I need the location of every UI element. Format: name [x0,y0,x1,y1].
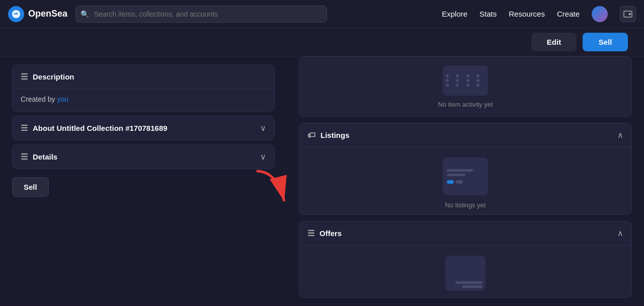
search-input[interactable] [75,6,327,23]
opensea-logo-icon [8,6,24,22]
offers-body [299,245,631,298]
edit-button[interactable]: Edit [531,33,577,51]
about-icon: ☰ [21,123,28,133]
listings-chevron-icon: ∧ [617,130,623,140]
nav-links: Explore Stats Resources Create [442,6,636,22]
sell-area: Sell [12,177,275,197]
nav-link-explore[interactable]: Explore [442,10,467,18]
details-chevron-icon: ∨ [260,152,266,162]
about-title: About Untitled Collection #170781689 [33,124,168,132]
listing-toggle [447,180,463,184]
main-content: ☰ Description Created by you ☰ About Unt… [0,56,644,306]
details-header[interactable]: ☰ Details ∨ [13,145,274,169]
dot [446,74,449,78]
description-body: Created by you [13,89,274,111]
search-bar: 🔍 [75,6,327,23]
listings-icon: 🏷 [307,131,315,140]
description-header[interactable]: ☰ Description [13,65,274,89]
no-listings-text: No listings yet [445,201,486,209]
nav-link-resources[interactable]: Resources [509,10,545,18]
description-card: ☰ Description Created by you [12,64,275,112]
dot [476,79,479,82]
about-chevron-icon: ∨ [260,123,266,133]
listings-header[interactable]: 🏷 Listings ∧ [299,123,631,147]
nav-link-stats[interactable]: Stats [479,10,497,18]
details-card: ☰ Details ∨ [12,144,275,169]
dot [466,74,469,78]
dot-grid [446,74,485,87]
sell-top-button[interactable]: Sell [583,33,628,51]
svg-rect-1 [629,13,631,15]
activity-placeholder-image [443,65,488,96]
nav-link-create[interactable]: Create [557,10,580,18]
offers-chevron-icon: ∧ [617,228,623,238]
navbar: OpenSea 🔍 Explore Stats Resources Create [0,0,644,28]
offer-bar [462,285,482,288]
dot [446,79,449,82]
dot [456,79,459,82]
listings-section: 🏷 Listings ∧ No listings yet [299,123,632,215]
logo-text: OpenSea [28,9,67,19]
details-title: Details [33,152,57,161]
dot [456,74,459,78]
offers-section: ☰ Offers ∧ [299,221,632,298]
logo-area: OpenSea [8,6,67,22]
description-icon: ☰ [21,72,28,82]
listing-line [447,169,473,172]
dot [456,84,459,87]
listings-title: Listings [320,131,350,139]
avatar[interactable] [592,6,608,22]
created-by-link[interactable]: you [57,95,68,103]
left-panel: ☰ Description Created by you ☰ About Unt… [0,56,287,306]
details-icon: ☰ [21,152,28,162]
offers-header[interactable]: ☰ Offers ∧ [299,221,631,245]
wallet-icon[interactable] [620,6,636,22]
about-card: ☰ About Untitled Collection #170781689 ∨ [12,116,275,140]
sell-float-button[interactable]: Sell [12,177,49,197]
dot [476,74,479,78]
offers-title: Offers [319,229,342,238]
about-header[interactable]: ☰ About Untitled Collection #170781689 ∨ [13,116,274,140]
action-bar: Edit Sell [0,28,644,56]
dot [466,84,469,87]
listings-placeholder-image [443,158,488,195]
activity-section: No item activity yet [299,56,632,117]
toggle-off [456,180,463,184]
listing-line-short [447,174,465,176]
dot [476,84,479,87]
created-by-text: Created by [21,95,57,103]
dot [466,79,469,82]
no-activity-text: No item activity yet [438,101,493,108]
dot [446,84,449,87]
description-title: Description [33,72,74,81]
offers-icon: ☰ [307,228,314,238]
offer-bar [455,281,482,284]
search-icon: 🔍 [80,10,89,18]
right-panel: No item activity yet 🏷 Listings ∧ [287,56,644,306]
toggle-on [447,180,454,184]
offers-placeholder-image [445,256,486,291]
listings-body: No listings yet [299,147,631,215]
